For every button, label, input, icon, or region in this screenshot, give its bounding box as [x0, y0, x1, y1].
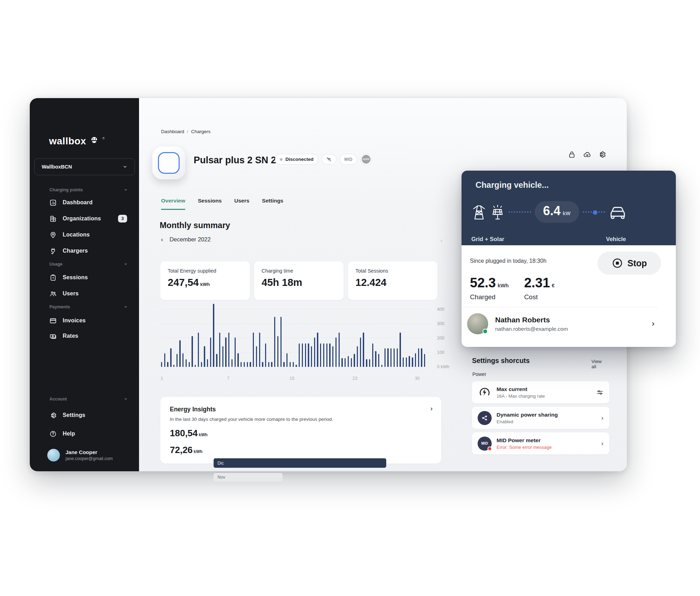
charger-ring	[158, 152, 180, 174]
tab-settings[interactable]: Settings	[262, 198, 283, 210]
caret-down-icon	[124, 306, 127, 308]
chart-bar	[400, 333, 401, 367]
flow-dotted-line	[508, 211, 531, 213]
nav-section-usage[interactable]: Usage	[49, 261, 127, 267]
chart-bar	[283, 362, 284, 367]
sidebar-item-organizations[interactable]: Organizations 3	[49, 213, 127, 224]
sidebar-item-rates[interactable]: Rates	[49, 330, 127, 342]
stop-charging-button[interactable]: Stop	[597, 252, 661, 275]
status-dot	[280, 158, 283, 161]
chart-bar	[293, 362, 294, 367]
sidebar-item-users[interactable]: Users	[49, 288, 127, 299]
sessions-icon	[49, 274, 57, 281]
online-status-dot	[483, 329, 488, 334]
wifi-off-badge	[321, 154, 337, 165]
chart-bar	[308, 343, 309, 367]
breadcrumb-chargers[interactable]: Chargers	[191, 129, 211, 134]
power-flow-diagram: 6.4kW	[471, 199, 666, 225]
since-plugged-label: Since plugged in today, 18:30h	[470, 258, 547, 264]
dashboard-icon	[49, 199, 57, 206]
chart-bar	[354, 354, 355, 367]
sidebar-item-dashboard[interactable]: Dashboard	[49, 197, 127, 208]
org-selector[interactable]: WallboxBCN	[34, 158, 135, 175]
chart-bar	[235, 337, 236, 367]
chart-bar	[189, 362, 190, 367]
wallbox-logo: wallbox ®	[49, 136, 105, 146]
sidebar-item-chargers[interactable]: Chargers	[49, 245, 127, 256]
chart-bar	[201, 362, 202, 367]
energy-insights-chevron[interactable]: ›	[430, 405, 433, 412]
org-selector-value: WallboxBCN	[42, 164, 72, 170]
view-all-link[interactable]: View all	[591, 359, 606, 369]
chart-bar	[244, 362, 245, 367]
chart-bar	[296, 365, 297, 367]
nav-section-charging-points[interactable]: Charging points	[49, 187, 127, 193]
chevron-right-icon: ›	[651, 319, 655, 329]
chart-bar	[323, 343, 324, 367]
chart-bar	[390, 348, 391, 367]
tab-sessions[interactable]: Sessions	[198, 198, 222, 210]
cloud-sync-button[interactable]	[583, 150, 592, 159]
chart-bar	[207, 359, 208, 367]
chart-bar	[329, 343, 330, 367]
sidebar-item-sessions[interactable]: Sessions	[49, 272, 127, 283]
shortcut-mid-power-meter[interactable]: MID MID Power meter Error: Some error me…	[472, 432, 609, 454]
sidebar-user-row[interactable]: Jane Cooper jane.cooper@gmail.com	[47, 449, 113, 461]
shortcuts-group-label: Power	[472, 371, 486, 377]
shortcut-max-current[interactable]: Max current 16A - Max charging rate	[472, 381, 609, 403]
insight-bar-previous: Nov	[214, 473, 283, 481]
status-badge: Disconected	[275, 154, 318, 165]
caret-down-icon	[124, 263, 127, 265]
chart-bar	[186, 359, 187, 367]
chart-bar	[179, 340, 180, 367]
caret-down-icon	[124, 398, 127, 400]
session-stats: 52.3kWh Charged 2.31€ Cost	[470, 275, 555, 301]
charging-user-row[interactable]: Nathan Roberts nathan.roberts@example.co…	[467, 313, 655, 334]
sidebar-item-settings[interactable]: Settings	[49, 410, 127, 421]
breadcrumb: Dashboard / Chargers	[161, 129, 210, 134]
flow-position-dot	[593, 210, 597, 215]
breadcrumb-dashboard[interactable]: Dashboard	[161, 129, 184, 134]
source-label: Grid + Solar	[471, 236, 504, 242]
sidebar-item-help[interactable]: Help	[49, 428, 127, 439]
chart-bar	[259, 333, 260, 367]
x-axis-tick-label: 15	[290, 376, 294, 381]
charging-user-name: Nathan Roberts	[495, 316, 568, 324]
organizations-icon	[49, 215, 57, 222]
tab-overview[interactable]: Overview	[161, 198, 185, 210]
chart-bar	[311, 346, 312, 367]
sidebar-item-locations[interactable]: Locations	[49, 229, 127, 240]
chart-bar	[176, 354, 178, 367]
chart-bar	[424, 354, 425, 367]
shortcut-dynamic-power-sharing[interactable]: Dynamic power sharing Enabled ›	[472, 407, 609, 429]
lock-button[interactable]	[568, 150, 577, 159]
chart-bar	[305, 343, 306, 367]
charging-card-body: Since plugged in today, 18:30h Stop 52.3…	[462, 245, 676, 254]
charged-stat: 52.3kWh Charged	[470, 275, 509, 301]
prev-month-button[interactable]: ‹	[161, 237, 163, 243]
chart-bar	[231, 359, 233, 367]
chart-bar	[280, 317, 282, 367]
current-month-label: December 2022	[169, 236, 210, 243]
nav-section-account[interactable]: Account	[49, 396, 127, 402]
flow-dotted-line	[583, 211, 605, 213]
organizations-count-badge: 3	[118, 215, 127, 222]
sliders-icon[interactable]	[596, 389, 604, 396]
chart-bar	[314, 337, 315, 367]
summary-stats: Total Energy supplied 247,54kWh Charging…	[160, 261, 437, 300]
next-month-button[interactable]: ›	[440, 237, 443, 244]
banknote-icon	[49, 333, 57, 340]
tab-users[interactable]: Users	[234, 198, 249, 210]
chart-bar	[210, 337, 211, 367]
settings-button[interactable]	[598, 150, 607, 159]
stat-card-charging-time: Charging time 45h 18m	[254, 261, 344, 300]
chart-bar	[167, 362, 168, 367]
energy-insights-card: Energy Insights › In the last 30 days ch…	[160, 397, 441, 464]
logo-text: wallbox	[49, 136, 86, 146]
chart-bar	[394, 348, 395, 367]
chart-bar	[164, 353, 165, 367]
sidebar-item-invoices[interactable]: Invoices	[49, 315, 127, 326]
chart-bar	[213, 304, 214, 367]
insight-previous-value: 72,26kWh	[170, 445, 202, 455]
nav-section-payments[interactable]: Payments	[49, 304, 127, 310]
